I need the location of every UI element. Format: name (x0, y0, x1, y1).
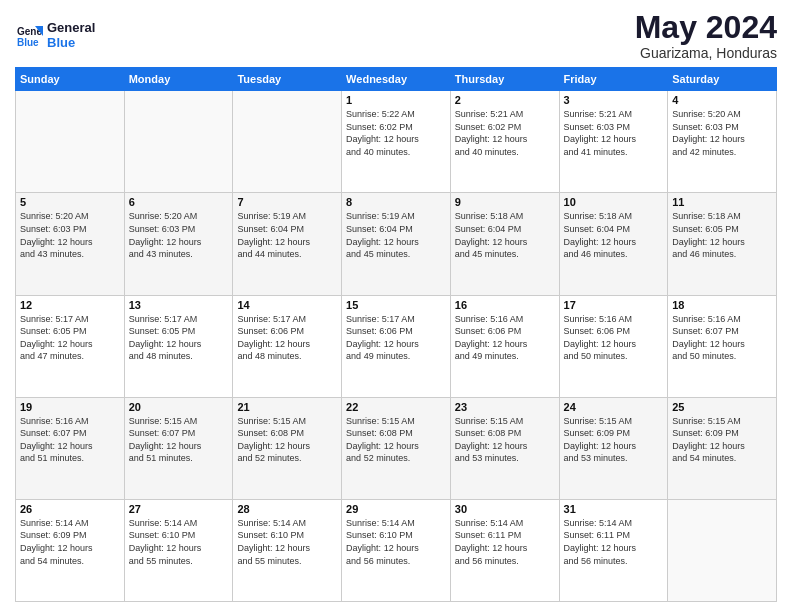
day-info: Sunrise: 5:18 AMSunset: 6:04 PMDaylight:… (564, 210, 664, 260)
calendar-cell: 22Sunrise: 5:15 AMSunset: 6:08 PMDayligh… (342, 397, 451, 499)
logo-line1: General (47, 21, 95, 35)
day-info: Sunrise: 5:14 AMSunset: 6:09 PMDaylight:… (20, 517, 120, 567)
title-block: May 2024 Guarizama, Honduras (635, 10, 777, 61)
day-info: Sunrise: 5:19 AMSunset: 6:04 PMDaylight:… (346, 210, 446, 260)
day-number: 18 (672, 299, 772, 311)
weekday-header-friday: Friday (559, 68, 668, 91)
day-number: 16 (455, 299, 555, 311)
day-info: Sunrise: 5:15 AMSunset: 6:08 PMDaylight:… (237, 415, 337, 465)
day-info: Sunrise: 5:16 AMSunset: 6:06 PMDaylight:… (455, 313, 555, 363)
calendar-cell: 7Sunrise: 5:19 AMSunset: 6:04 PMDaylight… (233, 193, 342, 295)
calendar-cell: 29Sunrise: 5:14 AMSunset: 6:10 PMDayligh… (342, 499, 451, 601)
calendar-cell: 26Sunrise: 5:14 AMSunset: 6:09 PMDayligh… (16, 499, 125, 601)
day-number: 26 (20, 503, 120, 515)
calendar-cell: 31Sunrise: 5:14 AMSunset: 6:11 PMDayligh… (559, 499, 668, 601)
day-number: 27 (129, 503, 229, 515)
day-number: 5 (20, 196, 120, 208)
day-info: Sunrise: 5:14 AMSunset: 6:11 PMDaylight:… (455, 517, 555, 567)
day-info: Sunrise: 5:17 AMSunset: 6:06 PMDaylight:… (346, 313, 446, 363)
weekday-header-sunday: Sunday (16, 68, 125, 91)
day-info: Sunrise: 5:15 AMSunset: 6:09 PMDaylight:… (564, 415, 664, 465)
calendar-cell: 24Sunrise: 5:15 AMSunset: 6:09 PMDayligh… (559, 397, 668, 499)
day-number: 11 (672, 196, 772, 208)
day-number: 20 (129, 401, 229, 413)
calendar-cell: 25Sunrise: 5:15 AMSunset: 6:09 PMDayligh… (668, 397, 777, 499)
calendar-cell: 15Sunrise: 5:17 AMSunset: 6:06 PMDayligh… (342, 295, 451, 397)
calendar-cell: 27Sunrise: 5:14 AMSunset: 6:10 PMDayligh… (124, 499, 233, 601)
day-number: 31 (564, 503, 664, 515)
calendar-cell: 28Sunrise: 5:14 AMSunset: 6:10 PMDayligh… (233, 499, 342, 601)
day-info: Sunrise: 5:17 AMSunset: 6:05 PMDaylight:… (20, 313, 120, 363)
day-number: 10 (564, 196, 664, 208)
calendar-cell: 1Sunrise: 5:22 AMSunset: 6:02 PMDaylight… (342, 91, 451, 193)
day-number: 29 (346, 503, 446, 515)
day-number: 2 (455, 94, 555, 106)
day-info: Sunrise: 5:15 AMSunset: 6:07 PMDaylight:… (129, 415, 229, 465)
calendar-week-row: 19Sunrise: 5:16 AMSunset: 6:07 PMDayligh… (16, 397, 777, 499)
day-info: Sunrise: 5:21 AMSunset: 6:03 PMDaylight:… (564, 108, 664, 158)
weekday-header-tuesday: Tuesday (233, 68, 342, 91)
day-number: 8 (346, 196, 446, 208)
calendar-cell: 20Sunrise: 5:15 AMSunset: 6:07 PMDayligh… (124, 397, 233, 499)
calendar-cell (233, 91, 342, 193)
calendar-page: General Blue General Blue May 2024 Guari… (0, 0, 792, 612)
calendar-cell: 19Sunrise: 5:16 AMSunset: 6:07 PMDayligh… (16, 397, 125, 499)
day-number: 25 (672, 401, 772, 413)
day-info: Sunrise: 5:14 AMSunset: 6:10 PMDaylight:… (346, 517, 446, 567)
calendar-cell: 11Sunrise: 5:18 AMSunset: 6:05 PMDayligh… (668, 193, 777, 295)
day-number: 13 (129, 299, 229, 311)
day-number: 7 (237, 196, 337, 208)
calendar-cell (16, 91, 125, 193)
day-number: 3 (564, 94, 664, 106)
day-info: Sunrise: 5:20 AMSunset: 6:03 PMDaylight:… (20, 210, 120, 260)
day-info: Sunrise: 5:15 AMSunset: 6:09 PMDaylight:… (672, 415, 772, 465)
svg-text:Blue: Blue (17, 37, 39, 48)
day-number: 19 (20, 401, 120, 413)
day-info: Sunrise: 5:21 AMSunset: 6:02 PMDaylight:… (455, 108, 555, 158)
day-info: Sunrise: 5:14 AMSunset: 6:10 PMDaylight:… (237, 517, 337, 567)
weekday-header-saturday: Saturday (668, 68, 777, 91)
day-info: Sunrise: 5:20 AMSunset: 6:03 PMDaylight:… (129, 210, 229, 260)
day-number: 17 (564, 299, 664, 311)
calendar-cell: 5Sunrise: 5:20 AMSunset: 6:03 PMDaylight… (16, 193, 125, 295)
logo-icon: General Blue (15, 22, 43, 50)
day-info: Sunrise: 5:18 AMSunset: 6:04 PMDaylight:… (455, 210, 555, 260)
calendar-cell: 18Sunrise: 5:16 AMSunset: 6:07 PMDayligh… (668, 295, 777, 397)
day-info: Sunrise: 5:14 AMSunset: 6:10 PMDaylight:… (129, 517, 229, 567)
day-number: 6 (129, 196, 229, 208)
calendar-cell: 4Sunrise: 5:20 AMSunset: 6:03 PMDaylight… (668, 91, 777, 193)
calendar-cell: 2Sunrise: 5:21 AMSunset: 6:02 PMDaylight… (450, 91, 559, 193)
calendar-week-row: 1Sunrise: 5:22 AMSunset: 6:02 PMDaylight… (16, 91, 777, 193)
calendar-week-row: 26Sunrise: 5:14 AMSunset: 6:09 PMDayligh… (16, 499, 777, 601)
day-info: Sunrise: 5:18 AMSunset: 6:05 PMDaylight:… (672, 210, 772, 260)
weekday-header-wednesday: Wednesday (342, 68, 451, 91)
day-info: Sunrise: 5:16 AMSunset: 6:07 PMDaylight:… (672, 313, 772, 363)
calendar-cell: 17Sunrise: 5:16 AMSunset: 6:06 PMDayligh… (559, 295, 668, 397)
day-number: 9 (455, 196, 555, 208)
calendar-cell: 21Sunrise: 5:15 AMSunset: 6:08 PMDayligh… (233, 397, 342, 499)
day-info: Sunrise: 5:16 AMSunset: 6:06 PMDaylight:… (564, 313, 664, 363)
calendar-cell: 3Sunrise: 5:21 AMSunset: 6:03 PMDaylight… (559, 91, 668, 193)
calendar-subtitle: Guarizama, Honduras (635, 45, 777, 61)
calendar-cell (124, 91, 233, 193)
day-number: 4 (672, 94, 772, 106)
calendar-cell: 16Sunrise: 5:16 AMSunset: 6:06 PMDayligh… (450, 295, 559, 397)
day-info: Sunrise: 5:15 AMSunset: 6:08 PMDaylight:… (455, 415, 555, 465)
day-number: 1 (346, 94, 446, 106)
weekday-header-thursday: Thursday (450, 68, 559, 91)
calendar-cell: 14Sunrise: 5:17 AMSunset: 6:06 PMDayligh… (233, 295, 342, 397)
day-number: 30 (455, 503, 555, 515)
day-number: 21 (237, 401, 337, 413)
calendar-cell: 9Sunrise: 5:18 AMSunset: 6:04 PMDaylight… (450, 193, 559, 295)
day-info: Sunrise: 5:17 AMSunset: 6:06 PMDaylight:… (237, 313, 337, 363)
day-number: 15 (346, 299, 446, 311)
day-number: 28 (237, 503, 337, 515)
calendar-cell: 8Sunrise: 5:19 AMSunset: 6:04 PMDaylight… (342, 193, 451, 295)
calendar-table: SundayMondayTuesdayWednesdayThursdayFrid… (15, 67, 777, 602)
calendar-cell: 13Sunrise: 5:17 AMSunset: 6:05 PMDayligh… (124, 295, 233, 397)
calendar-title: May 2024 (635, 10, 777, 45)
calendar-cell: 12Sunrise: 5:17 AMSunset: 6:05 PMDayligh… (16, 295, 125, 397)
logo: General Blue General Blue (15, 21, 95, 50)
header: General Blue General Blue May 2024 Guari… (15, 10, 777, 61)
day-info: Sunrise: 5:22 AMSunset: 6:02 PMDaylight:… (346, 108, 446, 158)
